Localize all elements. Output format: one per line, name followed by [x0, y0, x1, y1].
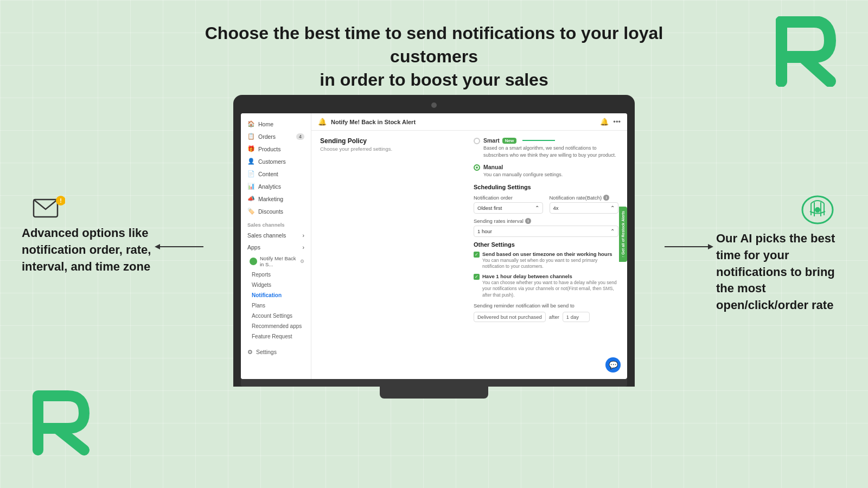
- info-icon: i: [603, 195, 609, 201]
- right-annotation: Our AI picks the best time for your noti…: [716, 230, 846, 314]
- heading-line1: Choose the best time to send notificatio…: [205, 23, 663, 66]
- notification-rate-select[interactable]: 4x ⌃: [550, 202, 619, 214]
- content-icon: 📄: [247, 170, 255, 177]
- svg-marker-8: [708, 244, 713, 249]
- svg-text:!: !: [60, 197, 62, 204]
- checkbox1-label: Send based on user timezone on their wor…: [482, 251, 618, 257]
- app-sidebar: 🏠 Home 📋 Orders 4 🎁 Products 👤 Cus: [241, 113, 311, 379]
- smart-option[interactable]: Smart New Based on a smart algorithm, we…: [474, 137, 618, 158]
- sidebar-item-home[interactable]: 🏠 Home: [241, 118, 311, 130]
- laptop-camera: [431, 102, 437, 108]
- right-annotation-text: Our AI picks the best time for your noti…: [716, 230, 846, 314]
- sending-policy-section: Sending Policy Choose your preferred set…: [320, 137, 465, 322]
- manual-option[interactable]: Manual You can manually configure settin…: [474, 164, 618, 178]
- scheduling-title: Scheduling Settings: [474, 184, 618, 190]
- arrow-right: [654, 239, 713, 255]
- sidebar-item-content[interactable]: 📄 Content: [241, 168, 311, 180]
- sidebar-reports[interactable]: Reports: [241, 269, 311, 280]
- reminder-row: Sending reminder notification will be se…: [474, 303, 618, 322]
- arrow-left: [155, 239, 214, 255]
- sidebar-recommended-apps[interactable]: Recommended apps: [241, 321, 311, 331]
- sales-channels-item[interactable]: Sales channels ›: [241, 229, 311, 241]
- products-icon: 🎁: [247, 145, 255, 152]
- smart-desc: Based on a smart algorithm, we send noti…: [483, 145, 618, 158]
- smart-radio[interactable]: [474, 138, 480, 144]
- deco-r-bottom-left: [33, 390, 92, 455]
- checkbox2-desc: You can choose whether you want to have …: [482, 280, 618, 298]
- right-icon-area: [800, 192, 835, 230]
- checkbox2-label: Have 1 hour delay between channels: [482, 273, 618, 279]
- app-dot-icon: [250, 258, 257, 265]
- app-main: 🔔 Notify Me! Back in Stock Alert 🔔 ••• S…: [311, 113, 627, 379]
- sidebar-item-products[interactable]: 🎁 Products: [241, 143, 311, 155]
- sending-policy-subtitle: Choose your preferred settings.: [320, 146, 465, 152]
- settings-icon: ⚙: [247, 349, 253, 355]
- page-heading: Choose the best time to send notificatio…: [190, 22, 678, 92]
- left-annotation: Advanced options like notification order…: [22, 225, 152, 275]
- manual-radio[interactable]: [474, 164, 480, 171]
- marketing-icon: 📣: [247, 195, 255, 202]
- other-settings-title: Other Settings: [474, 241, 618, 248]
- sidebar-widgets[interactable]: Widgets: [241, 280, 311, 290]
- scheduling-form-row2: Sending rates interval i 1 hour ⌃: [474, 218, 618, 237]
- heading-line2: in order to boost your sales: [320, 70, 548, 89]
- checkbox-icon-1[interactable]: ✓: [474, 252, 480, 258]
- left-icon-area: !: [33, 195, 65, 224]
- app-content: Sending Policy Choose your preferred set…: [311, 131, 627, 377]
- sending-interval-select[interactable]: 1 hour ⌃: [474, 226, 618, 237]
- topbar-bell-icon[interactable]: 🔔: [600, 118, 609, 126]
- laptop-screen: 🏠 Home 📋 Orders 4 🎁 Products 👤 Cus: [241, 113, 627, 379]
- left-annotation-text: Advanced options like notification order…: [22, 225, 152, 275]
- info-icon-2: i: [525, 218, 531, 224]
- sending-interval-group: Sending rates interval i 1 hour ⌃: [474, 218, 618, 237]
- sidebar-account-settings[interactable]: Account Settings: [241, 311, 311, 321]
- sidebar-item-marketing[interactable]: 📣 Marketing: [241, 192, 311, 205]
- notify-icon: 🔔: [318, 118, 327, 126]
- laptop-base: [241, 379, 627, 387]
- app-topbar-title: Notify Me! Back in Stock Alert: [331, 119, 596, 125]
- notification-order-group: Notification order Oldest first ⌃: [474, 195, 543, 214]
- sending-policy-title: Sending Policy: [320, 137, 465, 145]
- notification-order-select[interactable]: Oldest first ⌃: [474, 202, 543, 214]
- other-settings-section: Other Settings ✓ Send based on user time…: [474, 241, 618, 322]
- checkbox-timezone[interactable]: ✓ Send based on user timezone on their w…: [474, 251, 618, 270]
- chat-bubble-button[interactable]: 💬: [605, 357, 621, 373]
- manual-desc: You can manually configure settings.: [483, 171, 563, 178]
- scheduling-form-row1: Notification order Oldest first ⌃: [474, 195, 618, 214]
- sidebar-item-discounts[interactable]: 🏷️ Discounts: [241, 205, 311, 217]
- checkbox-icon-2[interactable]: ✓: [474, 274, 480, 280]
- deco-r-top-right: [776, 16, 841, 87]
- laptop-body: 🏠 Home 📋 Orders 4 🎁 Products 👤 Cus: [233, 95, 635, 387]
- sidebar-item-customers[interactable]: 👤 Customers: [241, 155, 311, 168]
- app-topbar: 🔔 Notify Me! Back in Stock Alert 🔔 •••: [311, 113, 627, 131]
- notify-me-app[interactable]: Notify Me! Back in S... ⚙: [241, 253, 311, 269]
- sidebar-plans[interactable]: Plans: [241, 300, 311, 311]
- sending-policy-options: Smart New Based on a smart algorithm, we…: [474, 137, 618, 322]
- topbar-more-icon[interactable]: •••: [613, 118, 621, 126]
- orders-icon: 📋: [247, 133, 255, 140]
- customers-icon: 👤: [247, 158, 255, 165]
- svg-marker-6: [155, 244, 160, 249]
- checkbox1-desc: You can manually set when do you want to…: [482, 258, 618, 270]
- analytics-icon: 📊: [247, 183, 255, 190]
- chat-icon: 💬: [609, 361, 618, 369]
- home-icon: 🏠: [247, 120, 255, 127]
- main-two-col: Sending Policy Choose your preferred set…: [320, 137, 618, 322]
- laptop: 🏠 Home 📋 Orders 4 🎁 Products 👤 Cus: [233, 95, 635, 399]
- checkbox-delay[interactable]: ✓ Have 1 hour delay between channels You…: [474, 273, 618, 298]
- laptop-stand: [380, 387, 488, 399]
- reminder-delay-select[interactable]: 1 day: [563, 312, 590, 322]
- discounts-icon: 🏷️: [247, 208, 255, 215]
- reminder-status-select[interactable]: Delivered but not purchased: [474, 312, 546, 322]
- restock-alerts-strip[interactable]: ↑ Get all of Restock Alerts: [619, 207, 627, 262]
- sidebar-item-orders[interactable]: 📋 Orders 4: [241, 130, 311, 143]
- scheduling-section: Scheduling Settings Notification order O…: [474, 184, 618, 237]
- sidebar-notification[interactable]: Notification: [241, 290, 311, 300]
- apps-item[interactable]: Apps ›: [241, 241, 311, 253]
- sales-channels-title: Sales channels: [241, 217, 311, 229]
- settings-nav-item[interactable]: ⚙ Settings: [241, 346, 311, 358]
- sidebar-feature-request[interactable]: Feature Request: [241, 331, 311, 342]
- sidebar-item-analytics[interactable]: 📊 Analytics: [241, 180, 311, 192]
- svg-point-4: [815, 207, 820, 213]
- notification-rate-group: Notification rate(Batch) i 4x ⌃: [550, 195, 619, 214]
